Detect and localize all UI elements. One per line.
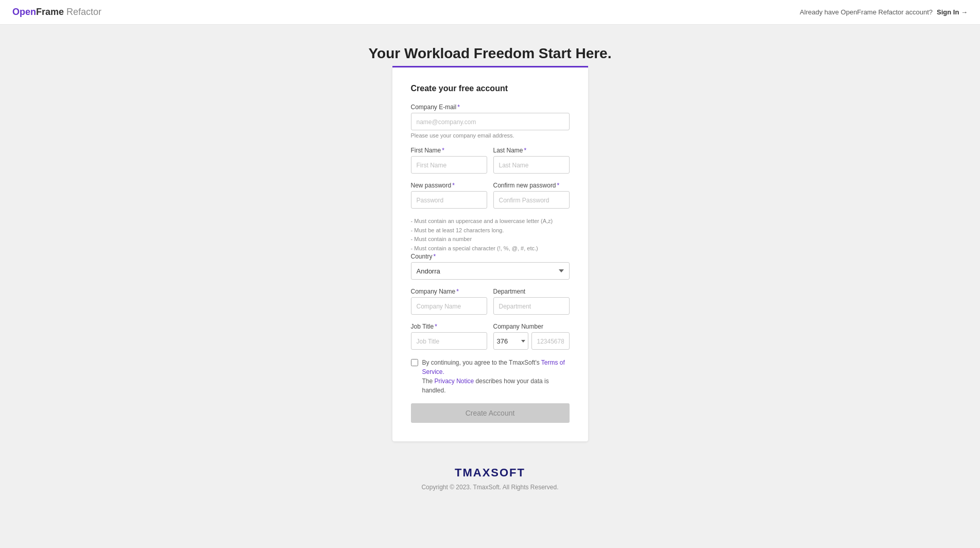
password-row: New password* Confirm new password*: [411, 182, 570, 209]
company-dept-row: Company Name* Department: [411, 288, 570, 315]
company-number-label: Company Number: [493, 323, 570, 330]
phone-code-select[interactable]: 376 1 44 82 81 86: [493, 332, 528, 350]
name-row: First Name* Last Name*: [411, 147, 570, 174]
main-content: Your Workload Freedom Start Here. Create…: [0, 25, 980, 522]
first-name-group: First Name*: [411, 147, 487, 174]
terms-text-1: By continuing, you agree to the TmaxSoft…: [422, 359, 540, 366]
email-group: Company E-mail* Please use your company …: [411, 104, 570, 139]
first-name-label: First Name*: [411, 147, 487, 154]
country-group: Country* Andorra United States United Ki…: [411, 253, 570, 280]
card-title: Create your free account: [411, 84, 570, 93]
terms-text: By continuing, you agree to the TmaxSoft…: [422, 358, 570, 395]
signup-card: Create your free account Company E-mail*…: [392, 67, 588, 441]
job-title-input[interactable]: [411, 332, 487, 350]
confirm-password-group: Confirm new password*: [493, 182, 570, 209]
phone-row: 376 1 44 82 81 86: [493, 332, 570, 350]
department-group: Department: [493, 288, 570, 315]
email-hint: Please use your company email address.: [411, 132, 570, 139]
password-rule: Must contain a special character (!, %, …: [411, 244, 570, 253]
sign-in-prompt: Already have OpenFrame Refactor account?: [800, 8, 933, 16]
last-name-input[interactable]: [493, 156, 570, 174]
create-account-button[interactable]: Create Account: [411, 403, 570, 423]
footer-copyright: Copyright © 2023. TmaxSoft. All Rights R…: [421, 484, 558, 491]
country-label: Country*: [411, 253, 570, 260]
privacy-notice-link[interactable]: Privacy Notice: [435, 378, 474, 385]
department-input[interactable]: [493, 297, 570, 315]
password-rule: Must be at least 12 characters long.: [411, 226, 570, 235]
email-label: Company E-mail*: [411, 104, 570, 111]
company-number-input[interactable]: [531, 332, 570, 350]
confirm-password-label: Confirm new password*: [493, 182, 570, 189]
logo: OpenFrame Refactor: [12, 7, 101, 18]
new-password-group: New password*: [411, 182, 487, 209]
job-title-label: Job Title*: [411, 323, 487, 330]
new-password-label: New password*: [411, 182, 487, 189]
sign-in-link[interactable]: Sign In →: [937, 8, 968, 16]
email-input[interactable]: [411, 113, 570, 130]
logo-refactor: Refactor: [66, 7, 101, 18]
job-title-group: Job Title*: [411, 323, 487, 350]
company-name-group: Company Name*: [411, 288, 487, 315]
footer-logo: TMAXSOFT: [421, 466, 558, 480]
header-right: Already have OpenFrame Refactor account?…: [800, 8, 968, 16]
last-name-label: Last Name*: [493, 147, 570, 154]
first-name-input[interactable]: [411, 156, 487, 174]
terms-row: By continuing, you agree to the TmaxSoft…: [411, 358, 570, 395]
page-title: Your Workload Freedom Start Here.: [369, 45, 612, 62]
country-select[interactable]: Andorra United States United Kingdom Ger…: [411, 262, 570, 280]
password-rule: Must contain an uppercase and a lowercas…: [411, 217, 570, 226]
password-rule: Must contain a number: [411, 235, 570, 244]
company-name-input[interactable]: [411, 297, 487, 315]
logo-open: Open: [12, 7, 36, 18]
company-number-group: Company Number 376 1 44 82 81 86: [493, 323, 570, 350]
terms-checkbox[interactable]: [411, 359, 418, 366]
footer: TMAXSOFT Copyright © 2023. TmaxSoft. All…: [421, 466, 558, 491]
logo-frame: Frame: [36, 7, 64, 18]
job-phone-row: Job Title* Company Number 376 1 44 82 81…: [411, 323, 570, 350]
last-name-group: Last Name*: [493, 147, 570, 174]
header: OpenFrame Refactor Already have OpenFram…: [0, 0, 980, 25]
terms-text-2: The: [422, 378, 433, 385]
department-label: Department: [493, 288, 570, 295]
password-rules: Must contain an uppercase and a lowercas…: [411, 217, 570, 253]
company-name-label: Company Name*: [411, 288, 487, 295]
confirm-password-input[interactable]: [493, 191, 570, 209]
new-password-input[interactable]: [411, 191, 487, 209]
